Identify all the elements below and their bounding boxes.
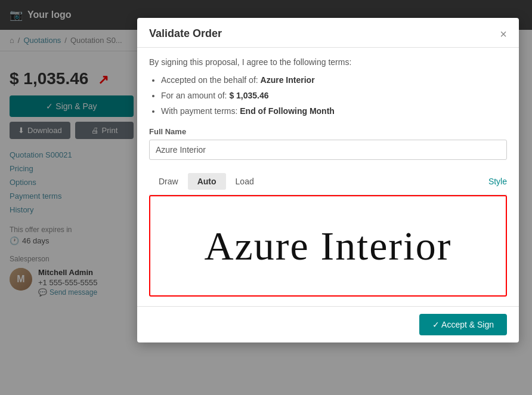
terms-item-2: For an amount of: $ 1,035.46 xyxy=(161,90,507,102)
tab-draw[interactable]: Draw xyxy=(149,173,188,190)
full-name-input[interactable] xyxy=(149,140,507,160)
modal-intro: By signing this proposal, I agree to the… xyxy=(149,57,507,67)
modal-close-button[interactable]: × xyxy=(500,28,507,40)
modal-body: By signing this proposal, I agree to the… xyxy=(137,48,519,306)
terms-item-1: Accepted on the behalf of: Azure Interio… xyxy=(161,74,507,87)
modal-validate-order: Validate Order × By signing this proposa… xyxy=(137,18,519,342)
tab-style[interactable]: Style xyxy=(488,177,507,186)
signature-preview: Azure Interior xyxy=(204,223,451,270)
tab-auto[interactable]: Auto xyxy=(188,173,226,190)
modal-footer: ✓ Accept & Sign xyxy=(137,306,519,342)
terms-list: Accepted on the behalf of: Azure Interio… xyxy=(149,74,507,118)
modal-title: Validate Order xyxy=(149,27,222,40)
signature-tabs: Draw Auto Load Style xyxy=(149,168,507,195)
tab-load[interactable]: Load xyxy=(226,173,264,190)
modal-header: Validate Order × xyxy=(137,18,519,48)
signature-area[interactable]: Azure Interior xyxy=(149,195,507,297)
accept-sign-button[interactable]: ✓ Accept & Sign xyxy=(419,314,507,335)
terms-item-3: With payment terms: End of Following Mon… xyxy=(161,105,507,118)
full-name-label: Full Name xyxy=(149,127,507,136)
